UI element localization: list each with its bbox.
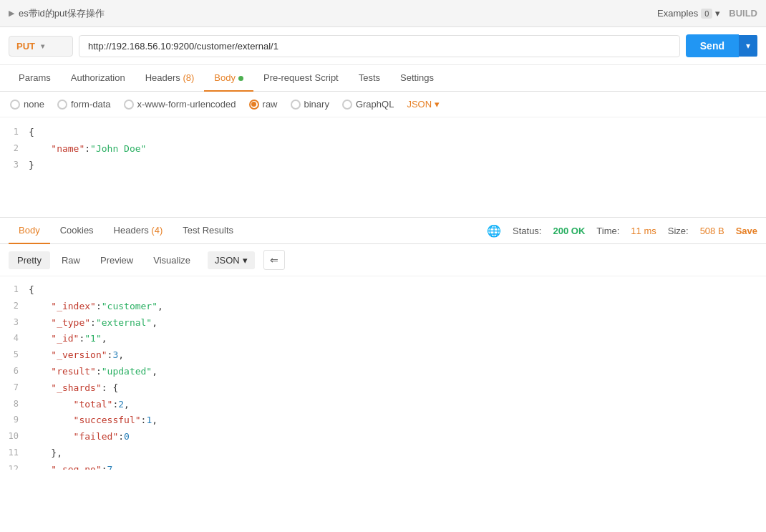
resp-tab-body[interactable]: Body — [9, 218, 50, 244]
response-body-editor[interactable]: 1 { 2 "_index": "customer", 3 "_type": "… — [0, 276, 766, 470]
examples-button[interactable]: Examples 0 ▾ — [657, 8, 720, 19]
resp-key-successful: "successful" — [29, 413, 141, 428]
resp-key-id: "_id" — [29, 332, 79, 347]
request-body-editor[interactable]: 1 { 2 "name":"John Doe" 3 } — [0, 117, 766, 218]
resp-json-type-label: JSON — [215, 255, 240, 266]
radio-urlencoded — [124, 100, 134, 110]
body-type-form-data[interactable]: form-data — [57, 99, 111, 110]
expand-arrow-icon[interactable]: ▶ — [9, 9, 14, 18]
url-input[interactable] — [79, 35, 680, 57]
resp-key-failed: "failed" — [29, 430, 118, 445]
save-response-button[interactable]: Save — [736, 226, 757, 236]
resp-val-version: 3 — [112, 348, 118, 363]
tab-settings[interactable]: Settings — [390, 65, 444, 92]
resp-linenum-1: 1 — [0, 283, 29, 296]
req-val-name: "John Doe" — [90, 143, 146, 154]
resp-linenum-11: 11 — [0, 446, 29, 460]
resp-linenum-8: 8 — [0, 397, 29, 411]
top-bar: ▶ es带id的put保存操作 Examples 0 ▾ BUILD — [0, 0, 766, 27]
build-button[interactable]: BUILD — [729, 8, 757, 19]
format-tab-visualize[interactable]: Visualize — [145, 251, 199, 269]
resp-key-type: "_type" — [29, 316, 90, 331]
examples-count: 0 — [701, 9, 712, 19]
tab-authorization-label: Authorization — [71, 72, 125, 83]
resp-line-8: 8 "total": 2, — [0, 397, 766, 413]
tab-authorization[interactable]: Authorization — [61, 65, 135, 92]
format-tab-preview[interactable]: Preview — [92, 251, 142, 269]
resp-tab-cookies-label: Cookies — [60, 225, 94, 236]
format-visualize-label: Visualize — [153, 255, 190, 266]
resp-linenum-5: 5 — [0, 348, 29, 362]
resp-line-12: 12 "_seq_no": 7, — [0, 462, 766, 470]
tab-headers-label: Headers — [145, 72, 183, 83]
method-label: PUT — [16, 41, 35, 52]
send-button-group: Send ▾ — [686, 34, 757, 57]
method-select[interactable]: PUT ▾ — [9, 36, 73, 57]
body-dot — [238, 76, 243, 81]
top-bar-title-area: ▶ es带id的put保存操作 — [9, 7, 105, 20]
tab-tests-label: Tests — [359, 72, 380, 83]
format-tab-raw[interactable]: Raw — [53, 251, 89, 269]
body-type-urlencoded[interactable]: x-www-form-urlencoded — [124, 99, 236, 110]
body-type-binary[interactable]: binary — [291, 99, 329, 110]
resp-tab-headers[interactable]: Headers (4) — [104, 218, 173, 244]
resp-key-seqno: "_seq_no" — [29, 463, 102, 470]
request-title: es带id的put保存操作 — [19, 7, 105, 20]
send-button[interactable]: Send — [686, 34, 739, 57]
format-preview-label: Preview — [100, 255, 133, 266]
radio-binary-label: binary — [304, 99, 329, 110]
radio-raw — [249, 100, 259, 110]
body-type-none[interactable]: none — [10, 99, 44, 110]
examples-label: Examples — [657, 8, 698, 19]
send-dropdown-button[interactable]: ▾ — [739, 35, 757, 57]
req-line-2: 2 "name":"John Doe" — [0, 141, 766, 158]
req-key-name: "name" — [51, 143, 84, 154]
req-code-2: "name":"John Doe" — [29, 142, 146, 157]
resp-line-11: 11 }, — [0, 445, 766, 462]
resp-line-6: 6 "result": "updated", — [0, 364, 766, 380]
radio-none-label: none — [24, 99, 44, 110]
req-line-3: 3 } — [0, 158, 766, 174]
body-type-raw[interactable]: raw — [249, 99, 278, 110]
json-type-select[interactable]: JSON ▾ — [407, 99, 440, 110]
status-label: Status: — [513, 226, 541, 236]
resp-val-type: "external" — [96, 316, 152, 331]
radio-binary — [291, 100, 301, 110]
wrap-icon: ⇐ — [270, 254, 278, 266]
req-linenum-1: 1 — [0, 125, 29, 139]
json-type-chevron-icon: ▾ — [435, 99, 440, 110]
wrap-lines-button[interactable]: ⇐ — [263, 250, 285, 270]
resp-line-4: 4 "_id": "1", — [0, 331, 766, 347]
format-tab-pretty[interactable]: Pretty — [9, 251, 50, 269]
status-value: 200 OK — [553, 226, 585, 236]
globe-icon: 🌐 — [487, 224, 501, 238]
resp-tab-test-results[interactable]: Test Results — [173, 218, 243, 244]
tab-body[interactable]: Body — [204, 65, 253, 92]
tab-headers[interactable]: Headers (8) — [135, 65, 205, 92]
format-raw-label: Raw — [62, 255, 80, 266]
tab-tests[interactable]: Tests — [349, 65, 390, 92]
response-tabs-bar: Body Cookies Headers (4) Test Results 🌐 … — [0, 218, 766, 244]
tab-params[interactable]: Params — [9, 65, 61, 92]
resp-line-7: 7 "_shards": { — [0, 380, 766, 397]
resp-val-id: "1" — [84, 332, 101, 347]
radio-none — [10, 100, 20, 110]
response-json-type-select[interactable]: JSON ▾ — [208, 251, 255, 269]
body-type-graphql[interactable]: GraphQL — [342, 99, 394, 110]
req-linenum-2: 2 — [0, 142, 29, 155]
resp-key-result: "result" — [29, 364, 96, 379]
req-code-3: } — [29, 158, 34, 173]
tab-prerequest[interactable]: Pre-request Script — [253, 65, 349, 92]
resp-tab-cookies[interactable]: Cookies — [50, 218, 104, 244]
size-label: Size: — [668, 226, 689, 236]
examples-chevron-icon: ▾ — [715, 8, 720, 19]
radio-graphql-label: GraphQL — [356, 99, 394, 110]
resp-linenum-2: 2 — [0, 299, 29, 313]
resp-val-failed: 0 — [124, 430, 130, 445]
url-bar: PUT ▾ Send ▾ — [0, 27, 766, 65]
time-label: Time: — [596, 226, 619, 236]
resp-shards-close: }, — [29, 446, 62, 461]
format-pretty-label: Pretty — [17, 255, 42, 266]
req-line-1: 1 { — [0, 125, 766, 141]
req-linenum-3: 3 — [0, 158, 29, 172]
